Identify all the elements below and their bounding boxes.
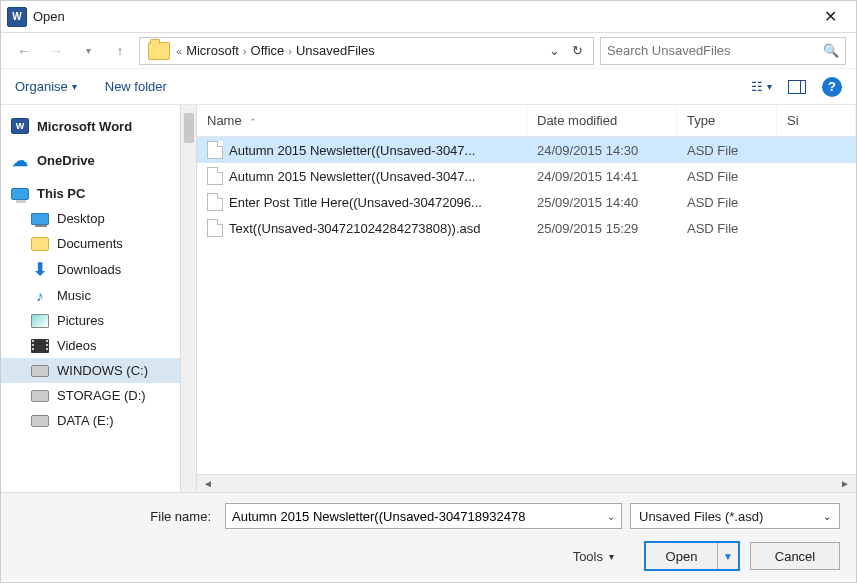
folder-icon (31, 237, 49, 251)
search-box[interactable]: 🔍 (600, 37, 846, 65)
file-date: 25/09/2015 14:40 (527, 195, 677, 210)
file-name-cell: Text((Unsaved-304721024284273808)).asd (197, 219, 527, 237)
chevron-down-icon: ⌄ (823, 511, 831, 522)
file-date: 24/09/2015 14:30 (527, 143, 677, 158)
sidebar: WMicrosoft Word☁OneDriveThis PCDesktopDo… (1, 105, 180, 492)
file-row[interactable]: Text((Unsaved-304721024284273808)).asd25… (197, 215, 856, 241)
chevron-down-icon: ▾ (767, 81, 772, 92)
navbar: ← → ▾ ↑ « Microsoft › Office › UnsavedFi… (1, 33, 856, 69)
file-date: 24/09/2015 14:41 (527, 169, 677, 184)
drive-icon (31, 365, 49, 377)
sidebar-item-label: Music (57, 288, 91, 303)
chevron-down-icon: ▾ (609, 551, 614, 562)
body: WMicrosoft Word☁OneDriveThis PCDesktopDo… (1, 105, 856, 492)
file-list: Autumn 2015 Newsletter((Unsaved-3047...2… (197, 137, 856, 474)
footer: File name: ⌄ Unsaved Files (*.asd) ⌄ Too… (1, 492, 856, 581)
search-icon[interactable]: 🔍 (823, 43, 839, 58)
sidebar-item-downloads[interactable]: ⬇Downloads (1, 256, 180, 282)
scrollbar-thumb[interactable] (184, 113, 194, 143)
breadcrumb-part[interactable]: Microsoft (186, 43, 239, 58)
file-name: Text((Unsaved-304721024284273808)).asd (229, 221, 481, 236)
file-type: ASD File (677, 195, 777, 210)
open-button[interactable]: Open (646, 543, 718, 569)
file-name: Enter Post Title Here((Unsaved-30472096.… (229, 195, 482, 210)
file-type: ASD File (677, 221, 777, 236)
file-row[interactable]: Autumn 2015 Newsletter((Unsaved-3047...2… (197, 137, 856, 163)
filename-row: File name: ⌄ Unsaved Files (*.asd) ⌄ (17, 503, 840, 529)
column-size[interactable]: Si (777, 105, 856, 136)
cancel-button[interactable]: Cancel (750, 542, 840, 570)
sidebar-wrap: WMicrosoft Word☁OneDriveThis PCDesktopDo… (1, 105, 197, 492)
back-button[interactable]: ← (11, 38, 37, 64)
sidebar-item-pictures[interactable]: Pictures (1, 308, 180, 333)
titlebar: W Open ✕ (1, 1, 856, 33)
scroll-left-arrow[interactable]: ◄ (201, 477, 215, 491)
sidebar-scrollbar[interactable] (180, 105, 196, 492)
download-icon: ⬇ (31, 261, 49, 277)
file-type-filter[interactable]: Unsaved Files (*.asd) ⌄ (630, 503, 840, 529)
file-icon (207, 141, 223, 159)
filename-input[interactable] (232, 509, 607, 524)
file-type: ASD File (677, 143, 777, 158)
sidebar-item-desktop[interactable]: Desktop (1, 206, 180, 231)
sidebar-item-windows-c-[interactable]: WINDOWS (C:) (1, 358, 180, 383)
sidebar-item-this-pc[interactable]: This PC (1, 181, 180, 206)
scroll-track[interactable] (215, 478, 838, 490)
file-row[interactable]: Enter Post Title Here((Unsaved-30472096.… (197, 189, 856, 215)
recent-dropdown[interactable]: ▾ (75, 38, 101, 64)
sidebar-item-storage-d-[interactable]: STORAGE (D:) (1, 383, 180, 408)
tools-button[interactable]: Tools ▾ (573, 549, 614, 564)
filename-combo[interactable]: ⌄ (225, 503, 622, 529)
horizontal-scrollbar[interactable]: ◄ ► (197, 474, 856, 492)
sidebar-item-documents[interactable]: Documents (1, 231, 180, 256)
breadcrumb-part[interactable]: Office (251, 43, 285, 58)
column-type[interactable]: Type (677, 105, 777, 136)
sort-arrow-icon: ⌃ (249, 117, 257, 127)
file-date: 25/09/2015 15:29 (527, 221, 677, 236)
forward-button[interactable]: → (43, 38, 69, 64)
folder-icon (148, 42, 170, 60)
breadcrumb-part[interactable]: UnsavedFiles (296, 43, 375, 58)
help-button[interactable]: ? (822, 77, 842, 97)
breadcrumb-sep: › (288, 45, 292, 57)
preview-pane-button[interactable] (788, 80, 806, 94)
view-options-button[interactable]: ☷ ▾ (751, 79, 772, 94)
breadcrumb-prefix: « (176, 45, 182, 57)
new-folder-label: New folder (105, 79, 167, 94)
search-input[interactable] (607, 43, 823, 58)
file-name: Autumn 2015 Newsletter((Unsaved-3047... (229, 143, 475, 158)
new-folder-button[interactable]: New folder (105, 79, 167, 94)
file-name-cell: Autumn 2015 Newsletter((Unsaved-3047... (197, 167, 527, 185)
word-icon: W (11, 118, 29, 134)
main-pane: Name ⌃ Date modified Type Si Autumn 2015… (197, 105, 856, 492)
path-dropdown[interactable]: ⌄ (545, 43, 564, 58)
sidebar-item-label: Downloads (57, 262, 121, 277)
breadcrumb[interactable]: « Microsoft › Office › UnsavedFiles ⌄ ↻ (139, 37, 594, 65)
window-title: Open (33, 9, 810, 24)
desktop-icon (31, 213, 49, 225)
organise-button[interactable]: Organise ▾ (15, 79, 77, 94)
scroll-right-arrow[interactable]: ► (838, 477, 852, 491)
drive-icon (31, 390, 49, 402)
column-date[interactable]: Date modified (527, 105, 677, 136)
file-icon (207, 219, 223, 237)
sidebar-item-onedrive[interactable]: ☁OneDrive (1, 147, 180, 173)
chevron-down-icon[interactable]: ⌄ (607, 511, 615, 522)
close-button[interactable]: ✕ (810, 1, 850, 33)
sidebar-item-microsoft-word[interactable]: WMicrosoft Word (1, 113, 180, 139)
refresh-button[interactable]: ↻ (568, 43, 587, 58)
filter-label: Unsaved Files (*.asd) (639, 509, 763, 524)
column-name[interactable]: Name ⌃ (197, 105, 527, 136)
up-button[interactable]: ↑ (107, 38, 133, 64)
filename-label: File name: (17, 509, 217, 524)
file-row[interactable]: Autumn 2015 Newsletter((Unsaved-3047...2… (197, 163, 856, 189)
file-icon (207, 167, 223, 185)
sidebar-item-music[interactable]: ♪Music (1, 282, 180, 308)
sidebar-item-label: Pictures (57, 313, 104, 328)
open-dropdown[interactable]: ▼ (718, 543, 738, 569)
file-icon (207, 193, 223, 211)
videos-icon (31, 339, 49, 353)
sidebar-item-videos[interactable]: Videos (1, 333, 180, 358)
music-icon: ♪ (31, 287, 49, 303)
sidebar-item-data-e-[interactable]: DATA (E:) (1, 408, 180, 433)
